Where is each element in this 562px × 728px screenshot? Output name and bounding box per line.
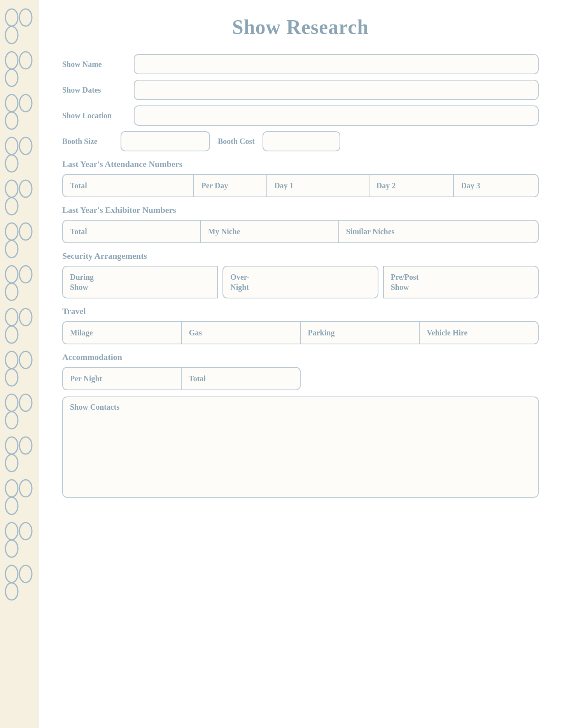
show-name-row: Show Name [62,54,539,74]
travel-milage-cell[interactable]: Milage [62,321,182,344]
svg-point-13 [19,180,32,197]
exhibitor-section: Last Year's Exhibitor Numbers Total My N… [62,205,539,243]
svg-point-20 [5,283,18,300]
show-dates-input[interactable] [134,80,539,100]
exhibitor-similarniches-cell[interactable]: Similar Niches [339,220,539,243]
booth-cost-label: Booth Cost [218,137,255,146]
svg-point-30 [5,437,18,454]
svg-point-6 [5,95,18,112]
travel-section: Travel Milage Gas Parking Vehicle Hire [62,306,539,344]
svg-point-27 [5,394,18,411]
svg-point-15 [5,223,18,240]
svg-point-19 [19,266,32,283]
show-dates-label: Show Dates [62,86,128,95]
svg-point-17 [5,240,18,258]
svg-point-23 [5,326,18,343]
travel-parking-cell[interactable]: Parking [301,321,420,344]
svg-point-32 [5,454,18,472]
attendance-heading: Last Year's Attendance Numbers [62,159,539,169]
show-name-input[interactable] [134,54,539,74]
exhibitor-total-cell[interactable]: Total [62,220,201,243]
svg-point-18 [5,266,18,283]
security-during-cell[interactable]: DuringShow [62,266,218,298]
security-heading: Security Arrangements [62,251,539,261]
attendance-day3-cell[interactable]: Day 3 [454,174,539,197]
security-prepost-cell[interactable]: Pre/PostShow [383,266,539,298]
accom-pernight-cell[interactable]: Per Night [62,367,182,390]
main-content: Show Research Show Name Show Dates Show … [39,0,562,728]
scroll-icon-4 [2,132,37,175]
travel-gas-cell[interactable]: Gas [182,321,301,344]
travel-heading: Travel [62,306,539,316]
svg-point-16 [19,223,32,240]
booth-row: Booth Size Booth Cost [62,131,539,151]
booth-size-input[interactable] [121,131,210,151]
attendance-total-cell[interactable]: Total [62,174,194,197]
show-dates-row: Show Dates [62,80,539,100]
contacts-label: Show Contacts [63,397,538,412]
exhibitor-myniche-cell[interactable]: My Niche [201,220,339,243]
exhibitor-row: Total My Niche Similar Niches [62,220,539,243]
scroll-icon-1 [2,4,37,47]
svg-point-38 [5,540,18,557]
svg-point-24 [5,351,18,368]
svg-point-31 [19,437,32,454]
booth-size-label: Booth Size [62,137,113,146]
svg-point-35 [5,497,18,514]
accommodation-section: Accommodation Per Night Total [62,352,539,390]
security-section: Security Arrangements DuringShow Over-Ni… [62,251,539,298]
accom-total-cell[interactable]: Total [182,367,300,390]
svg-point-37 [19,523,32,540]
travel-row: Milage Gas Parking Vehicle Hire [62,321,539,344]
svg-point-3 [5,52,18,69]
show-name-label: Show Name [62,60,128,69]
travel-vehiclehire-cell[interactable]: Vehicle Hire [420,321,539,344]
scroll-icon-13 [2,517,37,560]
svg-point-4 [19,52,32,69]
attendance-section: Last Year's Attendance Numbers Total Per… [62,159,539,197]
svg-point-1 [19,9,32,26]
show-location-input[interactable] [134,105,539,126]
svg-point-21 [5,309,18,326]
svg-point-14 [5,198,18,215]
accommodation-row: Per Night Total [62,367,301,390]
show-location-row: Show Location [62,105,539,126]
scroll-icon-12 [2,475,37,517]
svg-point-36 [5,523,18,540]
scroll-icon-6 [2,218,37,261]
security-overnight-cell[interactable]: Over-Night [222,266,378,298]
scroll-icon-9 [2,346,37,389]
svg-point-10 [19,137,32,154]
booth-cost-input[interactable] [263,131,340,151]
show-location-label: Show Location [62,111,128,120]
attendance-day1-cell[interactable]: Day 1 [267,174,369,197]
contacts-textarea[interactable] [63,415,538,496]
svg-point-11 [5,155,18,172]
svg-point-0 [5,9,18,26]
svg-point-5 [5,69,18,86]
svg-point-29 [5,412,18,429]
scroll-icon-8 [2,303,37,346]
scroll-icon-3 [2,89,37,132]
security-row: DuringShow Over-Night Pre/PostShow [62,266,539,298]
svg-point-8 [5,112,18,129]
contacts-wrapper: Show Contacts [62,396,539,498]
svg-point-40 [19,565,32,582]
svg-point-41 [5,583,18,600]
attendance-day2-cell[interactable]: Day 2 [369,174,454,197]
svg-point-39 [5,565,18,582]
scroll-icon-7 [2,261,37,303]
scroll-icon-5 [2,175,37,218]
svg-point-22 [19,309,32,326]
exhibitor-heading: Last Year's Exhibitor Numbers [62,205,539,215]
svg-point-33 [5,480,18,497]
attendance-row: Total Per Day Day 1 Day 2 Day 3 [62,174,539,197]
svg-point-28 [19,394,32,411]
svg-point-2 [5,26,18,44]
contacts-section: Show Contacts [62,396,539,498]
scroll-icon-2 [2,47,37,89]
attendance-perday-cell[interactable]: Per Day [194,174,267,197]
sidebar [0,0,39,728]
accommodation-heading: Accommodation [62,352,539,362]
scroll-icon-11 [2,432,37,475]
